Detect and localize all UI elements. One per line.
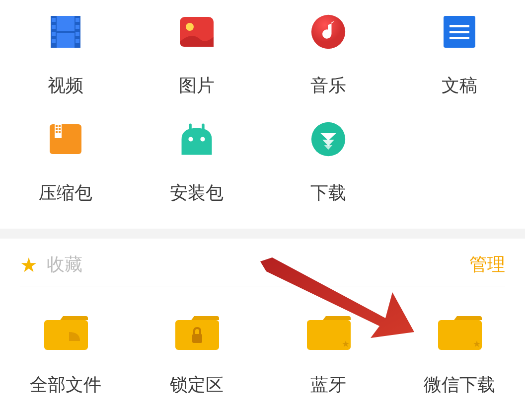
category-label: 安装包 bbox=[170, 181, 224, 205]
folder-star-icon: ★ bbox=[437, 314, 482, 351]
folder-locked[interactable]: 锁定区 bbox=[131, 314, 262, 414]
category-empty bbox=[394, 121, 525, 229]
svg-rect-24 bbox=[59, 128, 61, 130]
folder-label: 蓝牙 bbox=[310, 373, 346, 397]
svg-rect-28 bbox=[202, 124, 205, 131]
favorites-header: ★ 收藏 管理 bbox=[0, 239, 525, 286]
folder-star-icon: ★ bbox=[306, 314, 351, 351]
svg-rect-21 bbox=[56, 125, 58, 127]
category-grid: 视频 图片 音乐 bbox=[0, 14, 525, 229]
video-icon bbox=[48, 14, 83, 50]
svg-rect-10 bbox=[75, 39, 79, 43]
category-label: 下载 bbox=[310, 181, 346, 205]
folder-label: 微信下载 bbox=[424, 373, 495, 397]
folder-bluetooth[interactable]: ★ 蓝牙 bbox=[263, 314, 394, 414]
svg-rect-6 bbox=[52, 39, 56, 43]
svg-point-29 bbox=[189, 137, 193, 141]
category-label: 音乐 bbox=[310, 74, 346, 98]
svg-rect-26 bbox=[59, 131, 61, 133]
archive-icon bbox=[48, 121, 83, 157]
svg-point-13 bbox=[186, 23, 194, 31]
download-icon bbox=[310, 121, 346, 157]
folder-all-files[interactable]: 全部文件 bbox=[0, 314, 131, 414]
apk-icon bbox=[179, 121, 215, 157]
svg-text:★: ★ bbox=[473, 339, 481, 349]
svg-rect-9 bbox=[75, 32, 79, 36]
document-icon bbox=[442, 14, 477, 50]
svg-text:★: ★ bbox=[342, 339, 350, 349]
category-download[interactable]: 下载 bbox=[263, 121, 394, 229]
svg-rect-23 bbox=[56, 128, 58, 130]
category-label: 压缩包 bbox=[39, 181, 92, 205]
folder-label: 锁定区 bbox=[170, 373, 224, 397]
manage-button[interactable]: 管理 bbox=[469, 252, 505, 277]
svg-rect-16 bbox=[450, 25, 469, 27]
category-picture[interactable]: 图片 bbox=[131, 14, 262, 121]
folder-label: 全部文件 bbox=[30, 373, 101, 397]
star-icon: ★ bbox=[20, 255, 38, 275]
svg-rect-22 bbox=[59, 125, 61, 127]
svg-rect-3 bbox=[52, 18, 56, 22]
category-music[interactable]: 音乐 bbox=[263, 14, 394, 121]
svg-rect-11 bbox=[57, 31, 75, 33]
category-archive[interactable]: 压缩包 bbox=[0, 121, 131, 229]
category-apk[interactable]: 安装包 bbox=[131, 121, 262, 229]
folder-wechat-download[interactable]: ★ 微信下载 bbox=[394, 314, 525, 414]
category-label: 图片 bbox=[179, 74, 215, 98]
svg-point-30 bbox=[201, 137, 205, 141]
favorites-title: 收藏 bbox=[47, 252, 82, 277]
category-label: 视频 bbox=[48, 74, 83, 98]
folders-grid: 全部文件 锁定区 ★ 蓝牙 bbox=[0, 314, 525, 414]
svg-rect-17 bbox=[450, 31, 469, 33]
folders-section: 全部文件 锁定区 ★ 蓝牙 bbox=[0, 286, 525, 414]
folder-all-icon bbox=[43, 314, 88, 351]
svg-rect-8 bbox=[75, 25, 79, 29]
svg-rect-18 bbox=[450, 37, 469, 39]
section-divider bbox=[0, 229, 525, 239]
folder-lock-icon bbox=[174, 314, 219, 351]
svg-rect-34 bbox=[192, 334, 202, 343]
category-document[interactable]: 文稿 bbox=[394, 14, 525, 121]
svg-rect-27 bbox=[189, 124, 192, 131]
svg-rect-7 bbox=[75, 18, 79, 22]
picture-icon bbox=[179, 14, 215, 50]
svg-rect-32 bbox=[44, 320, 88, 350]
svg-rect-5 bbox=[52, 32, 56, 36]
category-section: 视频 图片 音乐 bbox=[0, 0, 525, 229]
svg-rect-4 bbox=[52, 25, 56, 29]
svg-rect-25 bbox=[56, 131, 58, 133]
category-video[interactable]: 视频 bbox=[0, 14, 131, 121]
category-label: 文稿 bbox=[442, 74, 477, 98]
music-icon bbox=[310, 14, 346, 50]
svg-rect-19 bbox=[50, 124, 81, 154]
